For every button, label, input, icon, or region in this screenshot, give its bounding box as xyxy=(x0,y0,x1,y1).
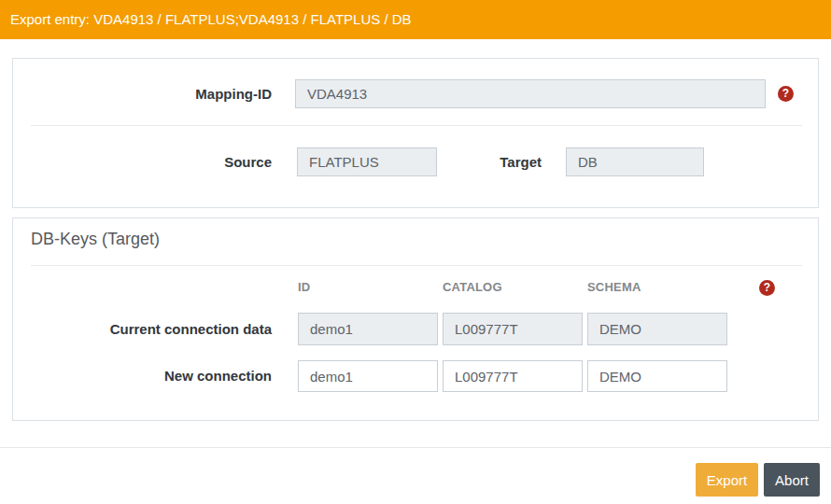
current-connection-label: Current connection data xyxy=(13,313,272,345)
column-header-schema: SCHEMA xyxy=(587,280,641,294)
current-connection-catalog-input xyxy=(443,313,583,345)
target-input xyxy=(566,147,704,176)
source-input xyxy=(297,147,437,176)
mapping-panel-divider xyxy=(31,125,802,126)
mapping-panel: Mapping-ID ? Source Target xyxy=(12,58,819,208)
db-keys-help-icon[interactable]: ? xyxy=(759,280,775,296)
source-label: Source xyxy=(13,147,272,176)
mapping-id-help-icon[interactable]: ? xyxy=(778,86,794,102)
new-connection-id-input[interactable] xyxy=(298,360,438,392)
column-header-id: ID xyxy=(298,280,310,294)
db-keys-panel: DB-Keys (Target) ID CATALOG SCHEMA ? Cur… xyxy=(12,217,819,421)
export-button[interactable]: Export xyxy=(696,463,758,497)
current-connection-id-input xyxy=(298,313,438,345)
abort-button[interactable]: Abort xyxy=(764,463,820,497)
new-connection-label: New connection xyxy=(13,360,272,392)
target-label: Target xyxy=(443,147,542,176)
new-connection-catalog-input[interactable] xyxy=(443,360,583,392)
current-connection-schema-input xyxy=(587,313,727,345)
db-keys-title: DB-Keys (Target) xyxy=(31,230,160,249)
db-keys-divider xyxy=(31,265,802,266)
mapping-id-input xyxy=(295,79,766,108)
new-connection-schema-input[interactable] xyxy=(587,360,727,392)
footer-divider xyxy=(0,447,831,448)
mapping-id-label: Mapping-ID xyxy=(13,79,272,108)
dialog-titlebar: Export entry: VDA4913 / FLATPLUS;VDA4913… xyxy=(0,0,831,39)
column-header-catalog: CATALOG xyxy=(443,280,502,294)
